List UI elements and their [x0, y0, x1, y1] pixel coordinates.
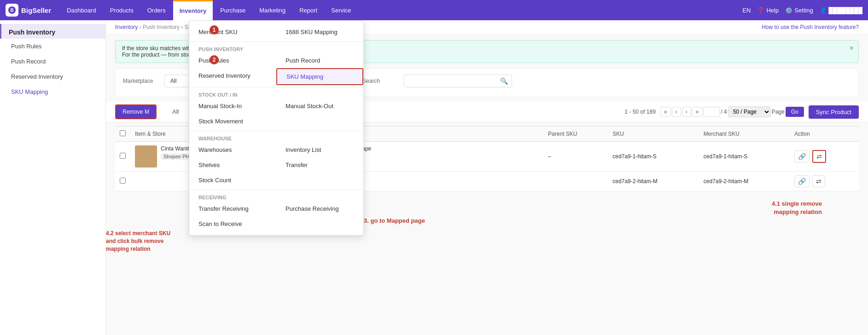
row-sku-2: ced7a9-2-hitam-M	[608, 172, 699, 191]
dropdown-transfer[interactable]: Transfer	[276, 157, 363, 173]
help-feature-link[interactable]: How to use the Push Inventory feature?	[762, 24, 859, 30]
brand-name: BigSeller	[21, 6, 51, 14]
nav-right: EN ❓ Help ⚙️ Setting 👤 ████████	[742, 7, 862, 14]
nav-products[interactable]: Products	[104, 0, 140, 20]
sidebar-item-sku-mapping[interactable]: SKU Mapping	[0, 84, 105, 99]
dropdown-section-warehouse: Warehouse	[189, 133, 363, 142]
sidebar-item-push-record[interactable]: Push Record	[0, 54, 105, 69]
dropdown-push-record[interactable]: Push Record	[276, 53, 363, 68]
dropdown-purchase-receiving[interactable]: Purchase Receiving	[276, 201, 363, 216]
dropdown-section-receiving: Receiving	[189, 192, 363, 201]
store-badge-1: Shopee PH	[161, 153, 192, 160]
close-banner-btn[interactable]: ×	[850, 44, 854, 52]
row-checkbox-cell	[115, 142, 130, 172]
sidebar: Push Inventory Push Rules Push Record Re…	[0, 20, 106, 335]
nav-inventory[interactable]: Inventory	[173, 0, 213, 20]
perpage-select[interactable]: 50 / Page 100 / Page	[728, 106, 771, 117]
nav-items: Dashboard Products Orders Inventory Purc…	[60, 0, 742, 20]
brand-logo[interactable]: B BigSeller	[6, 4, 51, 17]
dropdown-warehouses[interactable]: Warehouses	[189, 142, 276, 157]
dropdown-manual-stock-out[interactable]: Manual Stock-Out	[276, 98, 363, 114]
nav-report[interactable]: Report	[293, 0, 324, 20]
annotation-42: 4.2 select merchant SKUand click bulk re…	[106, 230, 170, 253]
row-action-1: 🔗 ⇄	[790, 142, 859, 172]
dropdown-shelves[interactable]: Shelves	[189, 157, 276, 173]
search-input[interactable]	[404, 76, 496, 86]
annotation-tab-note: 3. go to Mapped page	[364, 217, 425, 224]
pg-first[interactable]: «	[660, 107, 671, 117]
dropdown-stock-movement[interactable]: Stock Movement	[189, 114, 276, 129]
search-button[interactable]: 🔍	[496, 75, 512, 87]
sync-product-btn[interactable]: Sync Product	[809, 105, 859, 119]
th-action: Action	[790, 127, 859, 142]
th-checkbox	[115, 127, 130, 142]
search-input-wrap: 🔍	[404, 75, 512, 87]
action-icons-2: 🔗 ⇄	[794, 175, 854, 187]
link-icon-btn-2[interactable]: 🔗	[794, 175, 810, 187]
dropdown-stock-count[interactable]: Stock Count	[189, 173, 276, 188]
pagination-info: 1 - 50 of 189	[625, 109, 656, 115]
link-icon-btn-1[interactable]: 🔗	[794, 150, 810, 162]
dropdown-section-stock: Stock Out / In	[189, 89, 363, 98]
th-sku: SKU	[608, 127, 699, 142]
tab-all[interactable]: All	[164, 104, 187, 120]
dropdown-merchant-sku[interactable]: Merchant SKU	[189, 24, 276, 40]
row-parent-sku-1: –	[543, 142, 608, 172]
sidebar-item-push-rules[interactable]: Push Rules	[0, 39, 105, 54]
marketplace-label: Marketplace	[123, 78, 160, 84]
user-avatar[interactable]: 👤 ████████	[820, 7, 862, 14]
row-merchant-sku-1: ced7a9-1-hitam-S	[699, 142, 790, 172]
remove-mapping-btn[interactable]: Remove M	[115, 104, 157, 119]
item-thumbnail	[135, 145, 157, 168]
go-btn[interactable]: Go	[786, 107, 804, 117]
breadcrumb-inventory[interactable]: Inventory	[115, 24, 138, 30]
row-action-2: 🔗 ⇄	[790, 172, 859, 191]
pg-next[interactable]: ›	[682, 107, 691, 117]
dropdown-section-push-inventory: Push Inventory	[189, 44, 363, 53]
dropdown-inventory-list[interactable]: Inventory List	[276, 142, 363, 157]
action-icons-1: 🔗 ⇄	[794, 150, 854, 163]
dropdown-1688-sku[interactable]: 1688 SKU Mapping	[276, 24, 363, 40]
dropdown-menu: Merchant SKU 1688 SKU Mapping Push Inven…	[189, 20, 364, 236]
nav-dashboard[interactable]: Dashboard	[60, 0, 103, 20]
nav-orders[interactable]: Orders	[141, 0, 172, 20]
row-checkbox-1[interactable]	[120, 153, 126, 159]
dropdown-manual-stock-in[interactable]: Manual Stock-In	[189, 98, 276, 114]
annotation-41: 4.1 single removemapping relation	[772, 200, 822, 216]
top-nav: B BigSeller Dashboard Products Orders In…	[0, 0, 868, 20]
lang-selector[interactable]: EN	[742, 7, 751, 14]
main-layout: Push Inventory Push Rules Push Record Re…	[0, 20, 868, 335]
nav-marketing[interactable]: Marketing	[253, 0, 292, 20]
page-label: Page	[772, 109, 785, 115]
sidebar-title: Push Inventory	[0, 24, 105, 39]
unlink-icon-btn-1[interactable]: ⇄	[812, 150, 826, 163]
dropdown-transfer-receiving[interactable]: Transfer Receiving	[189, 201, 276, 216]
pg-prev[interactable]: ‹	[672, 107, 681, 117]
pagination-btns: « ‹ › » 1 / 4 50 / Page 100 / Page Page …	[660, 106, 804, 117]
sidebar-item-reserved-inventory[interactable]: Reserved Inventory	[0, 69, 105, 84]
row-sku-1: ced7a9-1-hitam-S	[608, 142, 699, 172]
row-parent-sku-2	[543, 172, 608, 191]
th-parent-sku: Parent SKU	[543, 127, 608, 142]
dropdown-sku-mapping[interactable]: SKU Mapping	[276, 68, 363, 85]
th-merchant-sku: Merchant SKU	[699, 127, 790, 142]
of-pages: / 4	[721, 109, 727, 115]
unlink-icon-btn-2[interactable]: ⇄	[812, 175, 825, 187]
help-link[interactable]: ❓ Help	[757, 7, 779, 14]
page-input[interactable]: 1	[703, 107, 720, 117]
row-merchant-sku-2: ced7a9-2-hitam-M	[699, 172, 790, 191]
pg-last[interactable]: »	[692, 107, 703, 117]
action-row-right: 1 - 50 of 189 « ‹ › » 1 / 4 50 / Page 10…	[625, 105, 859, 119]
nav-purchase[interactable]: Purchase	[214, 0, 252, 20]
dropdown-push-rules[interactable]: Push Rules	[189, 53, 276, 68]
row-checkbox-2[interactable]	[120, 178, 126, 184]
search-label: Search	[362, 78, 399, 84]
row-checkbox-cell-2	[115, 172, 130, 191]
nav-service[interactable]: Service	[325, 0, 357, 20]
select-all-checkbox[interactable]	[120, 130, 126, 136]
dropdown-scan-to-receive[interactable]: Scan to Receive	[189, 216, 276, 231]
setting-link[interactable]: ⚙️ Setting	[785, 7, 813, 14]
svg-text:B: B	[10, 8, 13, 13]
brand-icon: B	[6, 4, 18, 17]
dropdown-reserved-inventory[interactable]: Reserved Inventory	[189, 68, 276, 85]
